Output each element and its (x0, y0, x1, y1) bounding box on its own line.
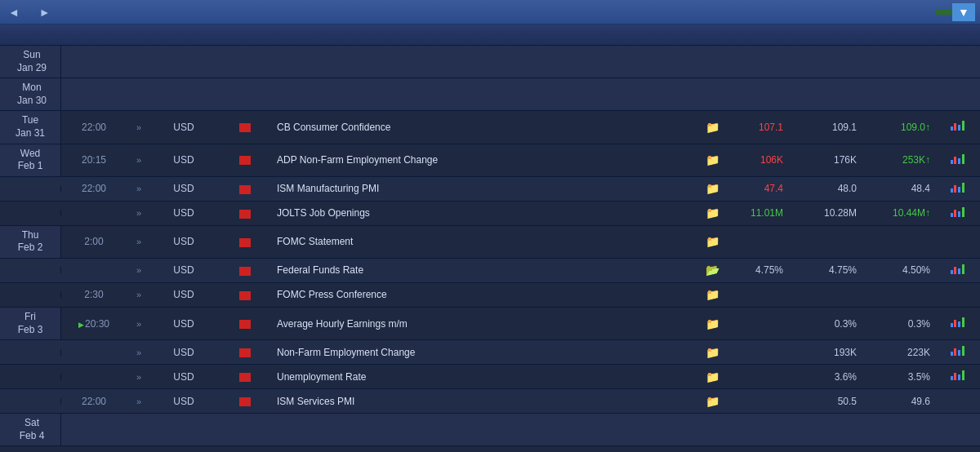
currency-cell: USD (151, 343, 216, 361)
detail-cell[interactable]: 📁 (674, 232, 723, 251)
graph-cell[interactable] (935, 203, 980, 224)
table-row[interactable]: »USDFederal Funds Rate📂4.75%4.75%4.50% (0, 259, 980, 283)
graph-cell[interactable] (935, 260, 980, 281)
folder-icon: 📁 (706, 370, 719, 383)
next-week-arrow[interactable]: ► (36, 6, 54, 19)
impact-flag-icon (239, 320, 251, 329)
graph-cell[interactable] (935, 238, 980, 245)
filter-button[interactable]: ▼ (952, 3, 975, 21)
detail-cell[interactable]: 📁 (674, 179, 723, 198)
svg-rect-1 (954, 123, 956, 131)
previous-cell: 48.4 (862, 179, 935, 197)
sound-icon: » (136, 155, 141, 165)
date-cell: Thu Feb 2 (0, 226, 61, 258)
detail-cell[interactable]: 📂 (674, 260, 723, 280)
header-right: ▼ (936, 3, 975, 21)
event-name-cell[interactable]: Federal Funds Rate (274, 261, 674, 279)
detail-cell[interactable]: 📁 (674, 150, 723, 170)
svg-rect-15 (962, 207, 964, 217)
table-row[interactable]: 22:00»USDISM Services PMI📁50.549.6 (0, 389, 980, 414)
day-header-row: Mon Jan 30 (0, 78, 980, 111)
table-row[interactable]: »USDNon-Farm Employment Change📁193K223K (0, 340, 980, 365)
forecast-cell: 50.5 (788, 392, 862, 410)
event-name-cell[interactable]: JOLTS Job Openings (274, 204, 674, 222)
graph-cell[interactable] (935, 117, 980, 137)
previous-cell (862, 291, 935, 298)
time-cell (61, 210, 127, 216)
graph-cell[interactable] (935, 291, 980, 298)
event-name-cell[interactable]: ISM Services PMI (274, 392, 674, 410)
table-row[interactable]: Tue Jan 3122:00»USDCB Consumer Confidenc… (0, 111, 980, 144)
currency-cell: USD (151, 204, 216, 222)
table-row[interactable]: Wed Feb 120:15»USDADP Non-Farm Employmen… (0, 144, 980, 177)
date-cell (0, 349, 61, 356)
sound-cell: » (127, 368, 151, 386)
table-row[interactable]: 2:30»USDFOMC Press Conference📁 (0, 283, 980, 308)
event-name-cell[interactable]: Unemployment Rate (274, 368, 674, 386)
date-cell (0, 398, 61, 405)
day-header-row: Sun Jan 29 (0, 46, 980, 78)
sound-icon: » (136, 397, 141, 406)
table-row[interactable]: Fri Feb 3▶20:30»USDAverage Hourly Earnin… (0, 308, 980, 340)
bar-chart-icon (950, 182, 966, 193)
svg-rect-0 (951, 126, 953, 131)
detail-cell[interactable]: 📁 (674, 314, 723, 334)
event-name-cell[interactable]: ADP Non-Farm Employment Change (274, 151, 674, 169)
currency-cell: USD (151, 233, 216, 250)
graph-cell[interactable] (935, 179, 980, 199)
table-row[interactable]: Thu Feb 22:00»USDFOMC Statement📁 (0, 226, 980, 259)
event-name-cell[interactable]: FOMC Statement (274, 233, 674, 250)
svg-rect-8 (951, 188, 953, 193)
filter-icon: ▼ (958, 6, 969, 19)
svg-rect-19 (962, 264, 964, 274)
time-cell (61, 374, 127, 380)
event-name-cell[interactable]: Average Hourly Earnings m/m (274, 315, 674, 333)
event-name-cell[interactable]: ISM Manufacturing PMI (274, 179, 674, 197)
svg-rect-2 (958, 125, 960, 131)
detail-cell[interactable]: 📁 (674, 117, 723, 137)
date-cell: Wed Feb 1 (0, 144, 61, 176)
table-row[interactable]: »USDUnemployment Rate📁3.6%3.5% (0, 365, 980, 389)
event-name-cell[interactable]: FOMC Press Conference (274, 286, 674, 304)
forecast-cell (788, 291, 862, 298)
date-cell: Tue Jan 31 (0, 111, 61, 143)
svg-rect-4 (951, 160, 953, 164)
forecast-cell: 0.3% (788, 315, 862, 333)
graph-cell[interactable] (935, 150, 980, 171)
detail-cell[interactable]: 📁 (674, 285, 723, 304)
actual-cell: 11.01M (723, 204, 788, 222)
impact-cell (216, 392, 274, 410)
graph-cell[interactable] (935, 366, 980, 387)
svg-rect-17 (954, 267, 956, 274)
up-next-button[interactable] (936, 10, 952, 15)
graph-cell[interactable] (935, 342, 980, 362)
detail-cell[interactable]: 📁 (674, 203, 723, 223)
graph-cell[interactable] (935, 313, 980, 334)
forecast-cell: 3.6% (788, 368, 862, 386)
actual-cell (723, 349, 788, 356)
detail-cell[interactable]: 📁 (674, 367, 723, 387)
prev-week-arrow[interactable]: ◄ (5, 6, 23, 19)
impact-cell (216, 151, 274, 169)
currency-cell: USD (151, 286, 216, 304)
sound-cell: » (127, 343, 151, 361)
forecast-cell: 109.1 (788, 118, 862, 136)
time-cell: 22:00 (61, 392, 127, 410)
sound-icon: » (136, 372, 141, 382)
sound-cell: » (127, 151, 151, 169)
impact-cell (216, 261, 274, 279)
currency-cell: USD (151, 368, 216, 386)
table-row[interactable]: 22:00»USDISM Manufacturing PMI📁47.448.04… (0, 177, 980, 202)
folder-icon: 📁 (706, 235, 719, 248)
detail-cell[interactable]: 📁 (674, 392, 723, 411)
table-row[interactable]: »USDJOLTS Job Openings📁11.01M10.28M10.44… (0, 202, 980, 226)
svg-rect-16 (951, 270, 953, 274)
actual-cell: 106K (723, 151, 788, 169)
detail-cell[interactable]: 📁 (674, 343, 723, 362)
event-name-cell[interactable]: CB Consumer Confidence (274, 118, 674, 136)
time-cell (61, 267, 127, 273)
forecast-cell: 193K (788, 343, 862, 361)
event-name-cell[interactable]: Non-Farm Employment Change (274, 343, 674, 361)
graph-cell[interactable] (935, 398, 980, 405)
sound-cell: » (127, 118, 151, 136)
